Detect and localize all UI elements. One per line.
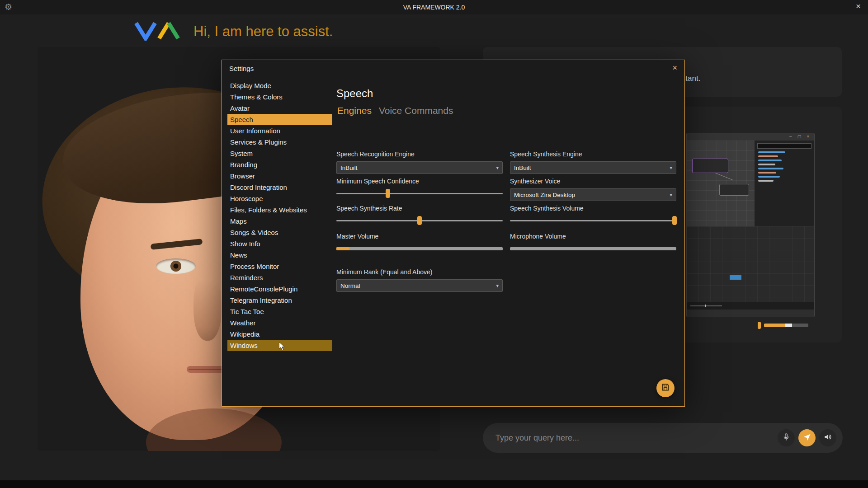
settings-nav-maps[interactable]: Maps <box>227 216 332 227</box>
slider-thumb[interactable] <box>672 216 677 225</box>
minimum-rank-select[interactable]: Normal ▾ <box>336 279 503 292</box>
settings-nav-themes-colors[interactable]: Themes & Colors <box>227 91 332 103</box>
preview-slider-bar[interactable] <box>764 324 808 327</box>
query-bar <box>483 423 843 453</box>
field-label: Synthesizer Voice <box>510 178 676 185</box>
field-label: Minimum Speech Confidence <box>336 178 503 185</box>
slider-thumb[interactable] <box>417 216 422 225</box>
app-title: VA FRAMEWORK 2.0 <box>0 4 868 11</box>
field-label: Speech Synthesis Volume <box>510 205 676 212</box>
settings-dialog-title: Settings <box>229 65 254 72</box>
settings-nav-files-folders-websites[interactable]: Files, Folders & Websites <box>227 204 332 216</box>
settings-nav-remoteconsoleplugin[interactable]: RemoteConsolePlugin <box>227 283 332 295</box>
field-master-volume: Master Volume <box>336 233 503 253</box>
thumbnail-node <box>692 159 728 173</box>
settings-nav-speech[interactable]: Speech <box>227 114 332 125</box>
settings-nav-reminders[interactable]: Reminders <box>227 272 332 283</box>
thumbnail-selected-block <box>730 275 741 280</box>
titlebar: ⚙ VA FRAMEWORK 2.0 × <box>0 0 868 14</box>
field-label: Microphone Volume <box>510 233 676 240</box>
avatar-nose <box>193 273 222 341</box>
settings-nav-services-plugins[interactable]: Services & Plugins <box>227 136 332 148</box>
app-window: ⚙ VA FRAMEWORK 2.0 × Hi, I am here to as… <box>0 0 868 488</box>
thumbnail-titlebar: – ▢ × <box>687 133 814 141</box>
settings-nav-show-info[interactable]: Show Info <box>227 238 332 249</box>
chevron-down-icon: ▾ <box>496 165 499 171</box>
field-label: Master Volume <box>336 233 503 240</box>
minimum-speech-confidence-slider[interactable] <box>336 188 503 198</box>
page-title: Speech <box>336 87 373 100</box>
send-button[interactable] <box>798 429 816 446</box>
settings-nav-tic-tac-toe[interactable]: Tic Tac Toe <box>227 306 332 317</box>
settings-close-icon[interactable]: × <box>672 63 677 73</box>
mic-icon <box>782 432 791 443</box>
settings-nav-avatar[interactable]: Avatar <box>227 103 332 114</box>
mic-button[interactable] <box>778 429 795 446</box>
avatar-eye-left <box>156 258 196 274</box>
field-minimum-rank: Minimum Rank (Equal and Above) Normal ▾ <box>336 268 503 292</box>
synthesizer-voice-select[interactable]: Microsoft Zira Desktop ▾ <box>510 188 676 201</box>
window-close-icon[interactable]: × <box>856 1 861 11</box>
preview-slider-marker <box>785 324 792 327</box>
save-button[interactable] <box>656 379 675 397</box>
settings-nav-songs-videos[interactable]: Songs & Videos <box>227 227 332 238</box>
save-icon <box>661 383 670 394</box>
master-volume-slider[interactable] <box>336 244 503 253</box>
settings-nav-weather[interactable]: Weather <box>227 317 332 328</box>
settings-nav-news[interactable]: News <box>227 249 332 261</box>
settings-nav-system[interactable]: System <box>227 148 332 159</box>
settings-nav-branding[interactable]: Branding <box>227 159 332 170</box>
settings-nav-user-information[interactable]: User Information <box>227 125 332 136</box>
chevron-down-icon: ▾ <box>670 165 672 171</box>
field-label: Speech Synthesis Engine <box>510 150 676 158</box>
speech-synthesis-volume-slider[interactable] <box>510 216 676 225</box>
field-speech-recognition-engine: Speech Recognition Engine InBuilt ▾ <box>336 150 503 174</box>
settings-nav-telegram-integration[interactable]: Telegram Integration <box>227 295 332 306</box>
preview-slider-rest <box>792 324 808 327</box>
thumbnail-node-canvas <box>687 141 755 226</box>
settings-nav-display-mode[interactable]: Display Mode <box>227 80 332 91</box>
speaker-button[interactable] <box>819 429 836 446</box>
tab-engines[interactable]: Engines <box>337 105 372 116</box>
query-input[interactable] <box>495 433 774 443</box>
field-label: Minimum Rank (Equal and Above) <box>336 268 503 276</box>
field-speech-synthesis-rate: Speech Synthesis Rate <box>336 205 503 225</box>
speech-synthesis-engine-select[interactable]: InBuilt ▾ <box>510 161 676 174</box>
speech-synthesis-rate-slider[interactable] <box>336 216 503 225</box>
preview-slider-thumb[interactable] <box>758 322 761 329</box>
thumbnail-toolbar <box>687 302 814 310</box>
field-minimum-speech-confidence: Minimum Speech Confidence <box>336 178 503 198</box>
chevron-down-icon: ▾ <box>496 283 499 289</box>
field-synthesizer-voice: Synthesizer Voice Microsoft Zira Desktop… <box>510 178 676 201</box>
settings-nav: Display Mode Themes & Colors Avatar Spee… <box>227 80 332 351</box>
speaker-icon <box>823 432 832 443</box>
thumbnail-grid-area <box>687 226 814 302</box>
settings-dialog: Settings × Display Mode Themes & Colors … <box>222 60 685 407</box>
field-speech-synthesis-volume: Speech Synthesis Volume <box>510 205 676 225</box>
preview-slider-fill <box>764 324 785 327</box>
field-label: Speech Synthesis Rate <box>336 205 503 212</box>
field-label: Speech Recognition Engine <box>336 150 503 158</box>
thumbnail-tree-panel <box>755 141 814 226</box>
microphone-volume-slider[interactable] <box>510 244 676 253</box>
field-speech-synthesis-engine: Speech Synthesis Engine InBuilt ▾ <box>510 150 676 174</box>
screenshot-thumbnail[interactable]: – ▢ × <box>686 133 815 317</box>
send-icon <box>803 433 811 443</box>
mouse-cursor <box>278 342 286 352</box>
settings-nav-discord-integration[interactable]: Discord Integration <box>227 182 332 193</box>
slider-thumb[interactable] <box>386 189 390 198</box>
thumbnail-node <box>719 184 749 196</box>
thumbnail-search-box <box>757 143 811 149</box>
field-microphone-volume: Microphone Volume <box>510 233 676 253</box>
va-logo <box>133 21 183 42</box>
greeting-text: Hi, I am here to assist. <box>193 23 333 40</box>
speech-recognition-engine-select[interactable]: InBuilt ▾ <box>336 161 503 174</box>
settings-nav-horoscope[interactable]: Horoscope <box>227 193 332 204</box>
settings-nav-wikipedia[interactable]: Wikipedia <box>227 328 332 340</box>
settings-nav-browser[interactable]: Browser <box>227 170 332 182</box>
settings-nav-process-monitor[interactable]: Process Monitor <box>227 261 332 272</box>
thumbnail-window-controls: – ▢ × <box>789 134 811 139</box>
slider-fill <box>336 247 349 250</box>
chevron-down-icon: ▾ <box>670 192 672 198</box>
tab-voice-commands[interactable]: Voice Commands <box>379 105 453 116</box>
